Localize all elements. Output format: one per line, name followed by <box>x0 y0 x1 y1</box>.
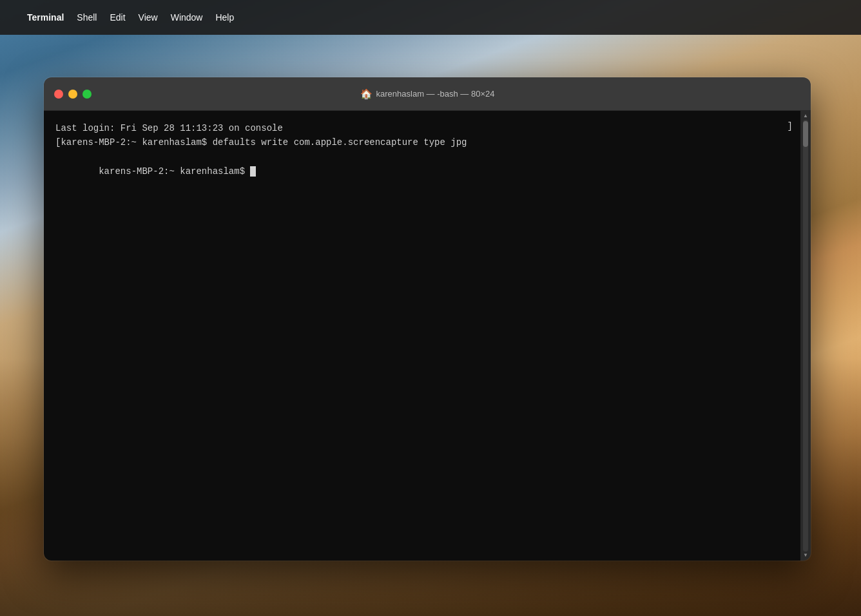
scrollbar-down-arrow[interactable]: ▼ <box>802 552 809 559</box>
apple-menu[interactable] <box>8 15 21 20</box>
terminal-titlebar: 🏠 karenhaslam — -bash — 80×24 <box>44 77 811 111</box>
window-controls <box>54 90 92 99</box>
window-minimize-button[interactable] <box>68 90 77 99</box>
prompt-text: karens-MBP-2:~ karenhaslam$ <box>99 166 250 177</box>
scrollbar-track[interactable] <box>803 120 808 552</box>
menu-terminal[interactable]: Terminal <box>21 10 70 25</box>
terminal-line-1: Last login: Fri Sep 28 11:13:23 on conso… <box>55 121 789 135</box>
scrollbar[interactable]: ▲ ▼ <box>800 111 811 561</box>
scrollbar-up-arrow[interactable]: ▲ <box>802 112 809 120</box>
terminal-window: 🏠 karenhaslam — -bash — 80×24 Last login… <box>44 77 811 561</box>
menu-shell[interactable]: Shell <box>70 10 103 25</box>
desktop: Terminal Shell Edit View Window Help 🏠 k… <box>0 0 861 616</box>
terminal-line-3: karens-MBP-2:~ karenhaslam$ <box>55 150 789 193</box>
terminal-cursor <box>250 166 256 177</box>
terminal-line-2: [karens-MBP-2:~ karenhaslam$ defaults wr… <box>55 135 789 149</box>
menubar: Terminal Shell Edit View Window Help <box>0 0 861 35</box>
menu-view[interactable]: View <box>132 10 164 25</box>
terminal-title: 🏠 karenhaslam — -bash — 80×24 <box>360 88 495 100</box>
window-maximize-button[interactable] <box>82 90 92 99</box>
terminal-title-text: karenhaslam — -bash — 80×24 <box>376 89 495 99</box>
menu-help[interactable]: Help <box>209 10 240 25</box>
window-close-button[interactable] <box>54 90 63 99</box>
scrollbar-thumb[interactable] <box>803 121 808 147</box>
home-icon: 🏠 <box>360 88 372 100</box>
right-bracket: ] <box>788 121 793 131</box>
menu-window[interactable]: Window <box>164 10 209 25</box>
menu-edit[interactable]: Edit <box>103 10 131 25</box>
terminal-body[interactable]: Last login: Fri Sep 28 11:13:23 on conso… <box>44 111 800 561</box>
